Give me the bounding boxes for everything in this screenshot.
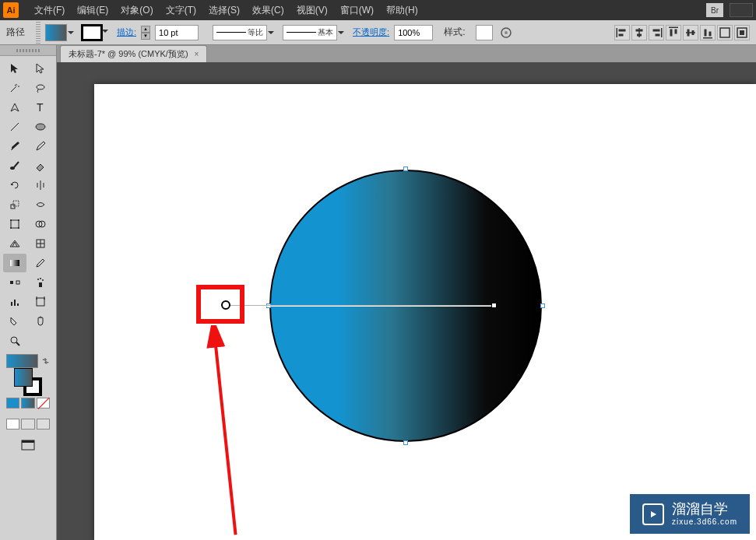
svg-rect-11: [669, 26, 678, 28]
selection-type-label: 路径: [6, 26, 31, 39]
selection-handle-top[interactable]: [403, 167, 408, 171]
ellipse-tool[interactable]: [29, 117, 52, 136]
gradient-end-handle[interactable]: [491, 303, 497, 308]
opacity-label[interactable]: 不透明度:: [353, 26, 389, 38]
bridge-button[interactable]: Br: [706, 3, 723, 17]
line-tool[interactable]: [3, 117, 26, 136]
svg-rect-13: [675, 29, 677, 33]
draw-behind-icon[interactable]: [21, 419, 34, 430]
graphic-style-swatch[interactable]: [476, 25, 493, 40]
svg-rect-7: [637, 33, 642, 36]
gradient-annotator-line[interactable]: [227, 305, 495, 307]
align-top-icon[interactable]: [666, 25, 681, 40]
align-vcenter-icon[interactable]: [683, 25, 698, 40]
type-tool[interactable]: T: [29, 98, 52, 117]
draw-inside-icon[interactable]: [37, 419, 50, 430]
align-left-icon[interactable]: [614, 25, 630, 40]
screen-mode-button[interactable]: [3, 435, 53, 455]
fill-stroke-indicator[interactable]: [3, 372, 53, 392]
free-transform-tool[interactable]: [3, 215, 26, 233]
stroke-label[interactable]: 描边:: [117, 26, 136, 38]
document-area: 未标题-7* @ 99% (CMYK/预览) ×: [57, 45, 756, 540]
svg-rect-43: [39, 282, 42, 287]
svg-line-25: [11, 123, 19, 131]
scale-tool[interactable]: [3, 195, 26, 214]
draw-normal-icon[interactable]: [6, 419, 19, 430]
zoom-tool[interactable]: [3, 331, 26, 350]
shape-builder-tool[interactable]: [29, 215, 52, 233]
menu-object[interactable]: 对象(O): [114, 4, 159, 17]
svg-point-53: [11, 337, 17, 343]
color-mode-none[interactable]: [37, 398, 50, 409]
selection-handle-bottom[interactable]: [403, 440, 408, 445]
reflect-tool[interactable]: [29, 176, 52, 195]
workspace-switcher[interactable]: [730, 3, 753, 17]
direct-selection-tool[interactable]: [29, 59, 52, 78]
color-mode-gradient[interactable]: [21, 398, 34, 409]
align-right-icon[interactable]: [649, 25, 664, 40]
pen-tool[interactable]: [3, 98, 26, 117]
watermark-title: 溜溜自学: [672, 502, 737, 517]
column-graph-tool[interactable]: [3, 293, 26, 311]
menu-view[interactable]: 视图(V): [290, 4, 334, 17]
align-panel-group: [614, 25, 750, 40]
align-bottom-icon[interactable]: [700, 25, 716, 40]
mesh-tool[interactable]: [29, 234, 52, 253]
svg-rect-17: [703, 37, 712, 39]
menu-effect[interactable]: 效果(C): [246, 4, 290, 17]
menu-file[interactable]: 文件(F): [28, 4, 71, 17]
rotate-tool[interactable]: [3, 176, 26, 195]
blob-brush-tool[interactable]: [3, 156, 26, 175]
hand-tool[interactable]: [29, 312, 52, 331]
selection-tool[interactable]: [3, 59, 26, 78]
width-tool[interactable]: [29, 195, 52, 214]
brush-definition[interactable]: 基本: [283, 25, 337, 40]
document-tab-bar: 未标题-7* @ 99% (CMYK/预览) ×: [57, 45, 756, 62]
stroke-color-swatch[interactable]: [81, 24, 103, 41]
slice-tool[interactable]: [3, 312, 26, 331]
svg-rect-18: [705, 29, 707, 36]
svg-text:T: T: [37, 101, 44, 114]
lasso-tool[interactable]: [29, 79, 52, 97]
isolate-mode-icon[interactable]: [734, 25, 750, 40]
svg-line-54: [16, 342, 19, 345]
svg-rect-16: [692, 30, 694, 35]
fill-color-swatch[interactable]: [45, 24, 67, 41]
opacity-input[interactable]: 100%: [394, 25, 433, 40]
artboard-tool[interactable]: [29, 293, 52, 311]
stroke-weight-input[interactable]: 10 pt: [155, 25, 199, 40]
transform-panel-icon[interactable]: [717, 25, 733, 40]
menu-help[interactable]: 帮助(H): [380, 4, 424, 17]
perspective-grid-tool[interactable]: [3, 234, 26, 253]
menu-type[interactable]: 文字(T): [160, 4, 202, 17]
magic-wand-tool[interactable]: [3, 79, 26, 97]
menu-edit[interactable]: 编辑(E): [71, 4, 114, 17]
variable-width-profile[interactable]: 等比: [213, 25, 267, 40]
eyedropper-tool[interactable]: [29, 254, 52, 272]
svg-rect-15: [687, 29, 690, 36]
svg-rect-47: [11, 302, 12, 306]
pencil-tool[interactable]: [29, 137, 52, 156]
canvas-viewport[interactable]: 溜溜自学 zixue.3d66.com: [57, 62, 756, 540]
svg-rect-56: [22, 440, 34, 443]
eraser-tool[interactable]: [29, 156, 52, 175]
selection-handle-right[interactable]: [540, 303, 545, 308]
svg-point-33: [10, 227, 12, 229]
style-label: 样式:: [444, 26, 471, 39]
paintbrush-tool[interactable]: [3, 137, 26, 156]
symbol-sprayer-tool[interactable]: [29, 273, 52, 292]
tools-panel-grip[interactable]: [0, 45, 56, 56]
svg-rect-40: [10, 260, 19, 266]
svg-rect-20: [720, 28, 730, 37]
stroke-weight-stepper[interactable]: ▲▼: [141, 26, 150, 40]
menu-window[interactable]: 窗口(W): [334, 4, 380, 17]
gradient-tool[interactable]: [3, 254, 26, 272]
color-mode-solid[interactable]: [6, 398, 19, 409]
close-icon[interactable]: ×: [195, 50, 199, 58]
align-hcenter-icon[interactable]: [631, 25, 647, 40]
document-tab[interactable]: 未标题-7* @ 99% (CMYK/预览) ×: [60, 45, 207, 62]
svg-rect-19: [709, 31, 712, 36]
recolor-artwork-icon[interactable]: [498, 24, 515, 41]
blend-tool[interactable]: [3, 273, 26, 292]
menu-select[interactable]: 选择(S): [202, 4, 246, 17]
